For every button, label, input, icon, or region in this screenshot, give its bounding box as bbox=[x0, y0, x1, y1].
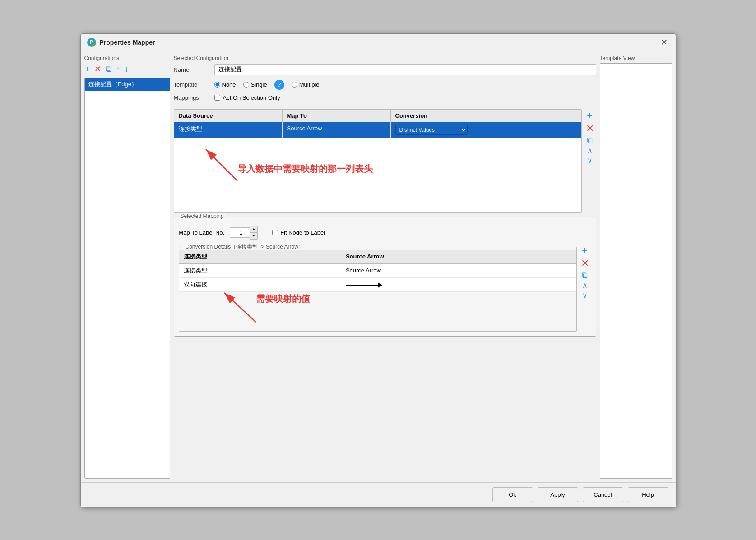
move-up-config-button[interactable]: ↑ bbox=[115, 65, 121, 73]
main-content: Configurations + ✕ ⧉ ↑ ↓ 连接配置（Edge） Sele… bbox=[81, 51, 676, 482]
mappings-label: Mappings bbox=[174, 94, 210, 101]
fit-node-checkbox[interactable] bbox=[272, 230, 278, 235]
fit-node-label: Fit Node to Label bbox=[280, 229, 325, 236]
mapping-table-wrapper: Data Source Map To Conversion 连接类型 Sourc… bbox=[174, 109, 596, 213]
fit-node-option[interactable]: Fit Node to Label bbox=[272, 229, 325, 236]
conversion-annotation-text: 需要映射的值 bbox=[256, 293, 310, 305]
move-down-config-button[interactable]: ↓ bbox=[124, 65, 130, 73]
template-view-label: Template View bbox=[600, 55, 672, 61]
template-multiple-option[interactable]: Multiple bbox=[292, 81, 320, 88]
template-view-area bbox=[600, 63, 672, 479]
conversion-vertical-toolbar: + ✕ ⧉ ∧ ∨ bbox=[579, 244, 591, 332]
mapping-row-0[interactable]: 连接类型 Source Arrow Distinct Values Range … bbox=[174, 122, 581, 138]
arrow-indicator bbox=[346, 285, 382, 286]
template-none-option[interactable]: None bbox=[214, 81, 236, 88]
template-none-label: None bbox=[222, 81, 236, 88]
template-single-label: Single bbox=[251, 81, 267, 88]
properties-mapper-dialog: P Properties Mapper ✕ Configurations + ✕… bbox=[80, 33, 676, 507]
selected-config-header: Selected Configuration bbox=[174, 55, 596, 61]
template-none-radio[interactable] bbox=[214, 82, 220, 88]
svg-line-1 bbox=[206, 149, 237, 181]
close-button[interactable]: ✕ bbox=[659, 37, 669, 47]
ok-button[interactable]: Ok bbox=[492, 487, 533, 502]
move-down-mapping-button[interactable]: ∨ bbox=[586, 157, 594, 164]
conv-col-source: 连接类型 bbox=[179, 250, 341, 264]
template-single-option[interactable]: Single bbox=[243, 81, 267, 88]
center-panel: Selected Configuration Name Template Non… bbox=[174, 55, 596, 479]
template-label: Template bbox=[174, 81, 210, 88]
conv-col-target: Source Arrow bbox=[341, 250, 576, 264]
conversion-body: 连接类型 Source Arrow 连接类型 Source Arrow bbox=[179, 250, 576, 331]
configurations-label: Configurations bbox=[84, 55, 170, 61]
configurations-panel: Configurations + ✕ ⧉ ↑ ↓ 连接配置（Edge） bbox=[84, 55, 170, 479]
mapping-body: 连接类型 Source Arrow Distinct Values Range … bbox=[174, 122, 581, 212]
col-conversion: Conversion bbox=[391, 110, 581, 122]
stepper-group: ▲ ▼ bbox=[230, 226, 258, 240]
map-to-label-input[interactable] bbox=[230, 227, 252, 238]
act-on-selection-label: Act On Selection Only bbox=[223, 94, 280, 101]
conv-row-0[interactable]: 连接类型 Source Arrow bbox=[179, 263, 576, 277]
help-dialog-button[interactable]: Help bbox=[628, 487, 668, 502]
stepper-down-button[interactable]: ▼ bbox=[250, 233, 257, 239]
conv-cell-target-0: Source Arrow bbox=[341, 263, 576, 277]
selected-mapping-section: Selected Mapping Map To Label No. ▲ ▼ Fi… bbox=[174, 217, 596, 337]
add-mapping-button[interactable]: + bbox=[586, 111, 594, 121]
template-multiple-label: Multiple bbox=[299, 81, 320, 88]
map-to-label-no-label: Map To Label No. bbox=[179, 229, 225, 236]
app-icon: P bbox=[87, 38, 96, 47]
help-button[interactable]: ? bbox=[274, 80, 284, 90]
mapping-conversion: Distinct Values Range Direct bbox=[391, 122, 581, 138]
mapping-table-section: Data Source Map To Conversion 连接类型 Sourc… bbox=[174, 109, 582, 213]
mapping-map-to: Source Arrow bbox=[283, 122, 391, 138]
map-to-label-row: Map To Label No. ▲ ▼ Fit Node to Label bbox=[179, 226, 591, 240]
selected-mapping-title: Selected Mapping bbox=[179, 213, 226, 219]
dialog-title: Properties Mapper bbox=[100, 39, 155, 46]
act-on-selection-checkbox[interactable] bbox=[214, 95, 220, 101]
conversion-table-section: Conversion Details（连接类型 -> Source Arrow）… bbox=[179, 244, 577, 332]
col-map-to: Map To bbox=[283, 110, 391, 122]
mapping-vertical-toolbar: + ✕ ⧉ ∧ ∨ bbox=[584, 109, 596, 213]
copy-conversion-button[interactable]: ⧉ bbox=[581, 271, 589, 279]
configurations-list: 连接配置（Edge） bbox=[84, 78, 170, 479]
title-bar: P Properties Mapper ✕ bbox=[81, 34, 676, 51]
delete-mapping-button[interactable]: ✕ bbox=[585, 124, 595, 134]
add-conversion-button[interactable]: + bbox=[581, 246, 589, 256]
act-on-selection-option[interactable]: Act On Selection Only bbox=[214, 94, 280, 101]
conversion-select[interactable]: Distinct Values Range Direct bbox=[395, 125, 468, 135]
conv-cell-target-1 bbox=[341, 277, 576, 291]
name-row: Name bbox=[174, 64, 596, 75]
mapping-table-header: Data Source Map To Conversion bbox=[174, 110, 581, 122]
stepper-up-button[interactable]: ▲ bbox=[250, 226, 257, 233]
mapping-annotation-text: 导入数据中需要映射的那一列表头 bbox=[237, 163, 373, 175]
move-up-mapping-button[interactable]: ∧ bbox=[586, 147, 594, 154]
stepper-buttons: ▲ ▼ bbox=[250, 226, 258, 240]
config-toolbar: + ✕ ⧉ ↑ ↓ bbox=[84, 63, 170, 75]
move-up-conversion-button[interactable]: ∧ bbox=[581, 282, 589, 289]
selected-config-section: Selected Configuration Name Template Non… bbox=[174, 55, 596, 106]
template-radio-group: None Single ? Multiple bbox=[214, 80, 320, 90]
copy-mapping-button[interactable]: ⧉ bbox=[586, 136, 594, 144]
mapping-data-source: 连接类型 bbox=[174, 122, 283, 138]
add-config-button[interactable]: + bbox=[84, 65, 91, 73]
conversion-details-wrapper: Conversion Details（连接类型 -> Source Arrow）… bbox=[179, 244, 591, 332]
conv-cell-source-0: 连接类型 bbox=[179, 263, 341, 277]
mappings-row: Mappings Act On Selection Only bbox=[174, 94, 596, 101]
conversion-details-section: Conversion Details（连接类型 -> Source Arrow）… bbox=[179, 247, 577, 332]
name-input[interactable] bbox=[214, 64, 596, 75]
bottom-bar: Ok Apply Cancel Help bbox=[81, 482, 676, 507]
template-multiple-radio[interactable] bbox=[292, 82, 297, 88]
delete-config-button[interactable]: ✕ bbox=[93, 65, 102, 73]
delete-conversion-button[interactable]: ✕ bbox=[580, 258, 590, 268]
template-view-panel: Template View bbox=[600, 55, 672, 479]
template-row: Template None Single ? Mu bbox=[174, 80, 596, 90]
template-single-radio[interactable] bbox=[243, 82, 249, 88]
cancel-button[interactable]: Cancel bbox=[583, 487, 623, 502]
title-bar-left: P Properties Mapper bbox=[87, 38, 155, 47]
svg-line-3 bbox=[224, 293, 256, 322]
name-label: Name bbox=[174, 66, 210, 73]
copy-config-button[interactable]: ⧉ bbox=[105, 65, 112, 73]
apply-button[interactable]: Apply bbox=[538, 487, 578, 502]
move-down-conversion-button[interactable]: ∨ bbox=[581, 292, 589, 299]
col-data-source: Data Source bbox=[174, 110, 283, 122]
config-item-edge[interactable]: 连接配置（Edge） bbox=[85, 78, 170, 91]
